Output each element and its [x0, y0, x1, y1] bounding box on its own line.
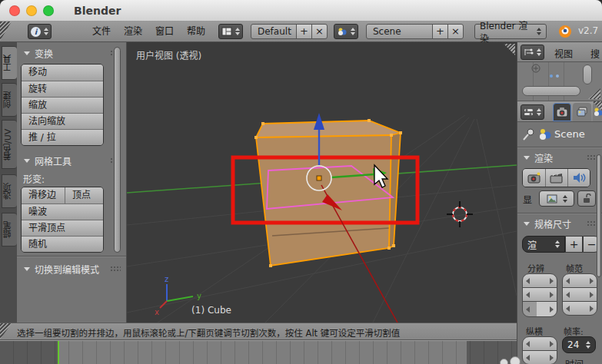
scale-button[interactable]: 缩放	[22, 97, 103, 113]
panel-open-icon	[24, 267, 30, 271]
frame-start-slider[interactable]	[562, 273, 597, 288]
lock-toggle[interactable]	[577, 190, 596, 207]
edge-slide-button[interactable]: 滑移边	[22, 187, 65, 204]
render-audio-button[interactable]	[567, 169, 590, 187]
panel-grip-icon[interactable]	[587, 154, 597, 161]
menu-help[interactable]: 帮助	[187, 22, 205, 41]
render-preset-select[interactable]: 渲	[522, 236, 565, 253]
viewport-3d[interactable]: z y x 用户视图 (透视) (1) Cube	[127, 42, 517, 323]
photos-icon	[577, 107, 588, 117]
lock-open-icon	[582, 194, 591, 204]
panel-header-mesh-tools[interactable]: 网格工具	[24, 154, 121, 167]
resolution-x-slider[interactable]	[522, 273, 557, 288]
render-engine-select[interactable]: Blender 渲染	[474, 24, 547, 39]
resolution-y-slider[interactable]	[522, 287, 557, 302]
add-scene-button[interactable]: +	[432, 24, 448, 39]
panel-header-dimensions[interactable]: 规格尺寸	[524, 217, 597, 230]
scene-selector[interactable]	[334, 24, 358, 39]
outliner-search-menu[interactable]: 搜	[590, 47, 600, 60]
tab-tools[interactable]: 工具	[2, 46, 17, 80]
chevron-up-down-icon	[537, 48, 541, 56]
tab-render-properties[interactable]	[553, 103, 571, 121]
axis-x-label: x	[155, 308, 159, 316]
menu-render[interactable]: 渲染	[124, 22, 142, 41]
layout-name-field[interactable]: Default	[251, 24, 297, 39]
outliner-vscrollbar[interactable]	[583, 65, 592, 84]
outliner-hscrollbar[interactable]	[522, 86, 580, 96]
pin-icon[interactable]	[522, 127, 536, 141]
outliner-view-menu[interactable]: 视图	[554, 47, 573, 60]
panel-open-icon	[24, 159, 30, 163]
zoom-window-button[interactable]	[43, 5, 54, 16]
smooth-vertex-button[interactable]: 平滑顶点	[22, 220, 103, 236]
noise-button[interactable]: 噪波	[22, 204, 103, 220]
resolution-percentage-slider[interactable]	[522, 301, 557, 317]
timeline-ticks	[0, 341, 517, 364]
editor-type-selector[interactable]	[521, 45, 544, 60]
close-window-button[interactable]	[9, 5, 20, 16]
screen-layout-selector[interactable]	[218, 24, 243, 39]
outliner-item-icon	[550, 74, 553, 78]
area-corner-grip[interactable]	[0, 323, 12, 339]
menu-window[interactable]: 窗口	[155, 22, 174, 41]
layout-icon	[221, 27, 232, 36]
panel-title: 网格工具	[35, 154, 72, 167]
tab-options[interactable]: 选项	[2, 174, 17, 208]
menu-file[interactable]: 文件	[92, 22, 111, 41]
fps-value: 24	[567, 339, 579, 350]
panel-open-icon	[524, 156, 530, 160]
area-corner-grip[interactable]	[0, 22, 12, 41]
translate-button[interactable]: 移动	[22, 65, 103, 81]
fps-select[interactable]: 24	[562, 336, 596, 353]
blender-logo	[558, 25, 572, 38]
panel-header-edit-mode[interactable]: 切换到编辑模式	[24, 263, 121, 276]
close-layout-button[interactable]: ×	[311, 24, 328, 39]
close-scene-button[interactable]: ×	[447, 24, 464, 39]
area-corner-grip[interactable]	[588, 88, 600, 99]
panel-separator	[517, 147, 602, 148]
mesh-tool-buttons: 滑移边 顶点 噪波 平滑顶点 随机	[21, 187, 104, 253]
tab-create[interactable]: 创建	[2, 83, 17, 117]
chevron-up-down-icon	[555, 240, 560, 248]
minimize-window-button[interactable]	[26, 5, 37, 16]
breadcrumb-scene[interactable]: Scene	[554, 128, 585, 140]
shrink-fatten-button[interactable]: 法向缩放	[22, 113, 103, 129]
expand-icon[interactable]	[531, 64, 540, 73]
resolution-label: 分辨	[527, 262, 544, 274]
rotate-button[interactable]: 旋转	[22, 81, 103, 97]
editor-type-selector[interactable]: i	[28, 24, 52, 39]
randomize-button[interactable]: 随机	[22, 236, 103, 252]
frame-step-slider[interactable]	[562, 301, 597, 316]
vertex-slide-button[interactable]: 顶点	[65, 187, 103, 204]
render-still-button[interactable]	[523, 169, 545, 187]
tab-render-layers[interactable]	[573, 103, 591, 121]
chevron-up-down-icon	[586, 341, 590, 349]
cube-object[interactable]	[254, 119, 402, 267]
panel-header-transform[interactable]: 变换	[24, 47, 121, 60]
outliner-item-icon	[556, 74, 559, 78]
properties-scrollbar[interactable]	[597, 154, 601, 277]
timeline[interactable]	[0, 340, 517, 364]
aspect-x-slider[interactable]	[522, 336, 557, 351]
scene-name-field[interactable]: Scene	[366, 24, 433, 39]
render-animation-button[interactable]	[545, 169, 567, 187]
timeline-playhead[interactable]	[58, 341, 59, 364]
display-mode-select[interactable]	[539, 190, 574, 207]
push-pull-button[interactable]: 推 / 拉	[22, 129, 103, 145]
image-icon	[547, 194, 557, 204]
aspect-y-slider[interactable]	[522, 350, 557, 364]
editor-type-selector[interactable]	[521, 104, 544, 120]
add-preset-button[interactable]: +	[565, 236, 583, 253]
cursor-3d	[447, 201, 473, 227]
operator-hint-bar: 选择一组要切割的并排边，用鼠标滚轮或上/下翻页键调节切割次数，按住 Alt 键可…	[0, 323, 517, 340]
panel-grip-icon[interactable]	[587, 220, 597, 227]
tool-shelf-scrollbar[interactable]	[114, 47, 121, 253]
tab-grease-pencil[interactable]: 蜡笔	[2, 213, 17, 247]
info-icon: i	[31, 27, 41, 37]
panel-header-render[interactable]: 渲染	[524, 151, 597, 164]
frame-end-slider[interactable]	[562, 287, 597, 302]
tab-shading-uv[interactable]: 着色/UV	[2, 120, 17, 169]
outliner-tree[interactable]	[517, 62, 602, 101]
add-layout-button[interactable]: +	[296, 24, 312, 39]
panel-grip-icon[interactable]	[110, 266, 121, 273]
